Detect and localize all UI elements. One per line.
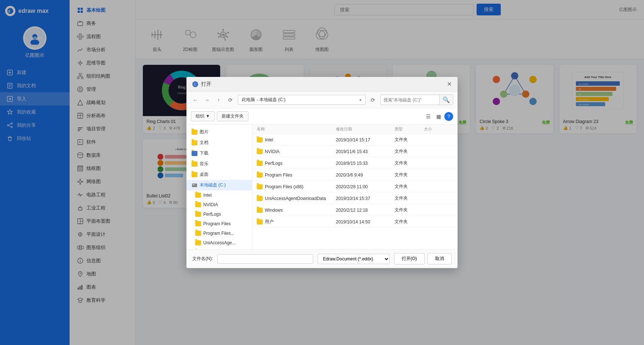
header-size: 大小 xyxy=(424,126,453,132)
file-list-header: 名称 修改日期 类型 大小 xyxy=(252,125,458,134)
dialog-forward-button[interactable]: → xyxy=(203,96,211,104)
header-type: 类型 xyxy=(395,126,424,132)
dialog-tree-docs-label: 文档 xyxy=(200,140,208,146)
folder-icon-desktop xyxy=(192,172,197,177)
dialog-view-grid-button[interactable]: ▦ xyxy=(434,112,443,121)
dialog-path-refresh-button[interactable]: ⟳ xyxy=(369,96,377,104)
dialog-tree-music[interactable]: 音乐 xyxy=(186,159,252,169)
header-name: 名称 xyxy=(257,126,336,132)
dialog-tree-local-c[interactable]: 本地磁盘 (C:) xyxy=(186,180,252,190)
file-rows-container: Intel 2019/10/14 15:17 文件夹 NVIDIA 2019/1… xyxy=(252,134,458,228)
dialog-tree-desktop-label: 桌面 xyxy=(200,171,208,178)
dialog-sidebar: 图片 文档 下载 音乐 桌面 xyxy=(186,125,252,249)
svg-rect-175 xyxy=(192,183,197,187)
dialog-tree-pictures[interactable]: 图片 xyxy=(186,127,252,137)
dialog-tree-pictures-label: 图片 xyxy=(200,129,208,135)
dialog-close-button[interactable]: ✕ xyxy=(447,81,452,88)
dialog-tree-perflogs-label: PerfLogs xyxy=(203,212,221,217)
dialog-tree-programfilesx86-label: Program Files... xyxy=(203,231,234,236)
dialog-tree-intel-label: Intel xyxy=(203,193,212,198)
dialog-file-list: 名称 修改日期 类型 大小 Intel 2019/10/14 15:17 文件夹… xyxy=(252,125,458,249)
file-row[interactable]: UniAccessAgentDownloadData 2019/10/14 15… xyxy=(252,193,458,204)
dialog-overlay: C 打开 ✕ ← → ↑ ⟳ 此电脑 › 本地磁盘 (C:) ▾ ⟳ 🔍 xyxy=(0,0,644,345)
folder-icon-docs xyxy=(192,140,197,145)
dialog-path[interactable]: 此电脑 › 本地磁盘 (C:) ▾ xyxy=(238,95,366,105)
folder-icon-pictures xyxy=(192,130,197,135)
dialog-path-root: 此电脑 xyxy=(242,97,255,103)
dialog-path-current: 本地磁盘 (C:) xyxy=(259,97,285,103)
dialog-toolbar: ← → ↑ ⟳ 此电脑 › 本地磁盘 (C:) ▾ ⟳ 🔍 xyxy=(186,92,458,108)
dialog-help-button[interactable]: ? xyxy=(444,112,453,121)
dialog-back-button[interactable]: ← xyxy=(191,96,200,104)
dialog-body: 图片 文档 下载 音乐 桌面 xyxy=(186,125,458,249)
dialog-tree-uniaccess-label: UniAccessAge... xyxy=(203,240,236,245)
dialog-actions: 组织 ▼ 新建文件夹 ☰ ▦ ? xyxy=(186,108,458,125)
dialog-filename-input[interactable] xyxy=(217,254,313,264)
dialog-tree-nvidia-label: NVIDIA xyxy=(203,202,218,207)
disk-icon-c xyxy=(192,183,197,188)
dialog-tree-programfiles-label: Program Files xyxy=(203,221,231,226)
dialog-tree-desktop[interactable]: 桌面 xyxy=(186,169,252,180)
file-row[interactable]: Windows 2020/2/12 12:18 文件夹 xyxy=(252,204,458,216)
dialog-filename-label: 文件名(N): xyxy=(192,256,213,262)
dialog-footer-buttons: 打开(O) 取消 xyxy=(394,253,452,264)
dialog-tree-uniaccess[interactable]: UniAccessAge... xyxy=(186,238,252,248)
folder-icon-downloads xyxy=(192,151,197,156)
dialog-organize-button[interactable]: 组织 ▼ xyxy=(191,111,215,121)
dialog-tree-windows[interactable]: Windows xyxy=(186,248,252,249)
dialog-tree-downloads-label: 下载 xyxy=(200,150,208,156)
dialog-tree-music-label: 音乐 xyxy=(200,161,208,167)
dialog-open-button[interactable]: 打开(O) xyxy=(394,253,425,264)
dialog-search-input[interactable] xyxy=(381,96,439,104)
dialog-tree-docs[interactable]: 文档 xyxy=(186,137,252,148)
dialog-refresh-button[interactable]: ⟳ xyxy=(226,96,235,104)
dialog-tree-nvidia[interactable]: NVIDIA xyxy=(186,200,252,209)
folder-icon-programfilesx86 xyxy=(195,231,201,236)
file-dialog: C 打开 ✕ ← → ↑ ⟳ 此电脑 › 本地磁盘 (C:) ▾ ⟳ 🔍 xyxy=(186,77,458,268)
file-row[interactable]: Program Files 2020/3/6 9:49 文件夹 xyxy=(252,169,458,181)
dialog-new-folder-button[interactable]: 新建文件夹 xyxy=(217,111,248,121)
svg-text:C: C xyxy=(194,83,196,86)
folder-icon-nvidia xyxy=(195,202,201,207)
dialog-path-dropdown-icon[interactable]: ▾ xyxy=(359,97,362,103)
dialog-up-button[interactable]: ↑ xyxy=(214,96,223,104)
dialog-title: 打开 xyxy=(201,81,211,88)
dialog-title-bar: C 打开 ✕ xyxy=(186,77,458,92)
dialog-tree-local-c-label: 本地磁盘 (C:) xyxy=(200,182,226,188)
dialog-tree-perflogs[interactable]: PerfLogs xyxy=(186,209,252,219)
dialog-search: 🔍 xyxy=(380,94,453,105)
folder-icon-programfiles xyxy=(195,221,201,226)
dialog-tree-downloads[interactable]: 下载 xyxy=(186,148,252,159)
folder-icon-music xyxy=(192,162,197,167)
file-row[interactable]: 用户 2019/10/14 14:50 文件夹 xyxy=(252,216,458,228)
dialog-filetype-select[interactable]: Edraw.Document (*.eddx) xyxy=(318,254,390,264)
dialog-footer: 文件名(N): Edraw.Document (*.eddx) 打开(O) 取消 xyxy=(186,249,458,268)
header-date: 修改日期 xyxy=(336,126,395,132)
file-row[interactable]: Intel 2019/10/14 15:17 文件夹 xyxy=(252,134,458,146)
dialog-tree-programfilesx86[interactable]: Program Files... xyxy=(186,229,252,238)
file-row[interactable]: NVIDIA 2019/11/6 15:43 文件夹 xyxy=(252,146,458,157)
file-row[interactable]: Program Files (x86) 2020/2/28 11:00 文件夹 xyxy=(252,181,458,193)
folder-icon-uniaccess xyxy=(195,240,201,245)
dialog-cancel-button[interactable]: 取消 xyxy=(428,253,452,264)
dialog-tree-intel[interactable]: Intel xyxy=(186,190,252,200)
dialog-search-icon[interactable]: 🔍 xyxy=(439,95,453,105)
dialog-view-list-button[interactable]: ☰ xyxy=(424,112,433,121)
folder-icon-intel xyxy=(195,193,201,198)
dialog-tree-programfiles[interactable]: Program Files xyxy=(186,219,252,229)
file-row[interactable]: PerfLogs 2018/9/15 15:33 文件夹 xyxy=(252,157,458,169)
folder-icon-perflogs xyxy=(195,212,201,217)
svg-rect-176 xyxy=(193,184,195,185)
dialog-path-separator: › xyxy=(256,97,258,103)
